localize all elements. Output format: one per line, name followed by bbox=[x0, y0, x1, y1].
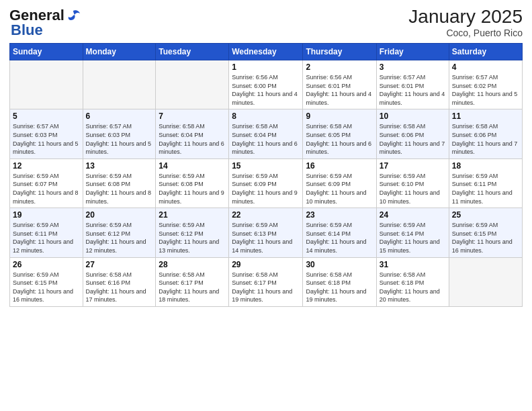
weekday-tuesday: Tuesday bbox=[156, 44, 229, 60]
day-number: 6 bbox=[86, 111, 153, 121]
logo-bird-icon bbox=[66, 9, 81, 21]
day-info: Sunrise: 6:58 AMSunset: 6:17 PMDaylight:… bbox=[159, 271, 226, 304]
title-block: January 2025 Coco, Puerto Rico bbox=[408, 7, 523, 38]
weekday-saturday: Saturday bbox=[449, 44, 522, 60]
day-number: 10 bbox=[380, 111, 446, 121]
day-info: Sunrise: 6:57 AMSunset: 6:02 PMDaylight:… bbox=[452, 73, 519, 107]
day-info: Sunrise: 6:57 AMSunset: 6:01 PMDaylight:… bbox=[380, 73, 446, 107]
calendar-cell bbox=[156, 60, 229, 109]
calendar-cell: 31Sunrise: 6:58 AMSunset: 6:18 PMDayligh… bbox=[376, 257, 449, 306]
header: General Blue January 2025 Coco, Puerto R… bbox=[9, 7, 523, 39]
day-info: Sunrise: 6:59 AMSunset: 6:12 PMDaylight:… bbox=[86, 221, 153, 255]
weekday-sunday: Sunday bbox=[10, 44, 83, 60]
calendar-cell: 6Sunrise: 6:57 AMSunset: 6:03 PMDaylight… bbox=[83, 109, 156, 158]
calendar-cell: 19Sunrise: 6:59 AMSunset: 6:11 PMDayligh… bbox=[10, 208, 83, 257]
day-number: 28 bbox=[159, 260, 226, 269]
day-info: Sunrise: 6:59 AMSunset: 6:15 PMDaylight:… bbox=[452, 221, 519, 255]
weekday-header-row: SundayMondayTuesdayWednesdayThursdayFrid… bbox=[10, 44, 523, 60]
week-row-1: 5Sunrise: 6:57 AMSunset: 6:03 PMDaylight… bbox=[10, 109, 523, 158]
calendar-cell bbox=[83, 60, 156, 109]
day-number: 27 bbox=[86, 260, 153, 269]
day-number: 15 bbox=[232, 161, 300, 171]
day-number: 1 bbox=[232, 62, 300, 72]
week-row-3: 19Sunrise: 6:59 AMSunset: 6:11 PMDayligh… bbox=[10, 208, 523, 257]
day-number: 18 bbox=[452, 161, 519, 171]
calendar-cell: 10Sunrise: 6:58 AMSunset: 6:06 PMDayligh… bbox=[376, 109, 449, 158]
location: Coco, Puerto Rico bbox=[408, 28, 523, 38]
day-number: 3 bbox=[380, 62, 446, 72]
weekday-thursday: Thursday bbox=[303, 44, 376, 60]
day-info: Sunrise: 6:59 AMSunset: 6:14 PMDaylight:… bbox=[380, 221, 446, 255]
weekday-wednesday: Wednesday bbox=[229, 44, 303, 60]
day-info: Sunrise: 6:56 AMSunset: 6:01 PMDaylight:… bbox=[306, 73, 373, 107]
calendar-cell: 24Sunrise: 6:59 AMSunset: 6:14 PMDayligh… bbox=[376, 208, 449, 257]
day-number: 17 bbox=[380, 161, 446, 171]
month-year: January 2025 bbox=[408, 7, 523, 28]
logo-blue: Blue bbox=[11, 21, 43, 39]
calendar-cell: 29Sunrise: 6:58 AMSunset: 6:17 PMDayligh… bbox=[229, 257, 303, 306]
calendar-cell: 14Sunrise: 6:59 AMSunset: 6:08 PMDayligh… bbox=[156, 158, 229, 208]
calendar: SundayMondayTuesdayWednesdayThursdayFrid… bbox=[9, 43, 523, 307]
day-info: Sunrise: 6:58 AMSunset: 6:16 PMDaylight:… bbox=[86, 271, 153, 304]
day-number: 11 bbox=[452, 111, 519, 121]
calendar-cell: 20Sunrise: 6:59 AMSunset: 6:12 PMDayligh… bbox=[83, 208, 156, 257]
week-row-2: 12Sunrise: 6:59 AMSunset: 6:07 PMDayligh… bbox=[10, 158, 523, 208]
calendar-cell: 4Sunrise: 6:57 AMSunset: 6:02 PMDaylight… bbox=[449, 60, 522, 109]
day-number: 14 bbox=[159, 161, 226, 171]
day-number: 16 bbox=[306, 161, 373, 171]
day-number: 29 bbox=[232, 260, 300, 269]
day-info: Sunrise: 6:58 AMSunset: 6:04 PMDaylight:… bbox=[232, 122, 300, 156]
calendar-cell bbox=[10, 60, 83, 109]
day-info: Sunrise: 6:59 AMSunset: 6:14 PMDaylight:… bbox=[306, 221, 373, 255]
day-info: Sunrise: 6:59 AMSunset: 6:11 PMDaylight:… bbox=[13, 221, 80, 255]
calendar-cell: 7Sunrise: 6:58 AMSunset: 6:04 PMDaylight… bbox=[156, 109, 229, 158]
calendar-cell bbox=[449, 257, 522, 306]
weekday-friday: Friday bbox=[376, 44, 449, 60]
day-number: 19 bbox=[13, 210, 80, 220]
day-number: 21 bbox=[159, 210, 226, 220]
day-info: Sunrise: 6:57 AMSunset: 6:03 PMDaylight:… bbox=[86, 122, 153, 156]
day-info: Sunrise: 6:59 AMSunset: 6:09 PMDaylight:… bbox=[306, 172, 373, 205]
day-number: 20 bbox=[86, 210, 153, 220]
calendar-cell: 21Sunrise: 6:59 AMSunset: 6:12 PMDayligh… bbox=[156, 208, 229, 257]
day-info: Sunrise: 6:58 AMSunset: 6:05 PMDaylight:… bbox=[306, 122, 373, 156]
day-number: 7 bbox=[159, 111, 226, 121]
weekday-monday: Monday bbox=[83, 44, 156, 60]
day-info: Sunrise: 6:56 AMSunset: 6:00 PMDaylight:… bbox=[232, 73, 300, 107]
calendar-cell: 27Sunrise: 6:58 AMSunset: 6:16 PMDayligh… bbox=[83, 257, 156, 306]
page: General Blue January 2025 Coco, Puerto R… bbox=[0, 0, 532, 411]
day-number: 12 bbox=[13, 161, 80, 171]
day-number: 25 bbox=[452, 210, 519, 220]
calendar-cell: 26Sunrise: 6:59 AMSunset: 6:15 PMDayligh… bbox=[10, 257, 83, 306]
day-info: Sunrise: 6:59 AMSunset: 6:12 PMDaylight:… bbox=[159, 221, 226, 255]
day-number: 8 bbox=[232, 111, 300, 121]
day-info: Sunrise: 6:58 AMSunset: 6:06 PMDaylight:… bbox=[452, 122, 519, 156]
calendar-cell: 9Sunrise: 6:58 AMSunset: 6:05 PMDaylight… bbox=[303, 109, 376, 158]
day-info: Sunrise: 6:59 AMSunset: 6:07 PMDaylight:… bbox=[13, 172, 80, 205]
calendar-cell: 28Sunrise: 6:58 AMSunset: 6:17 PMDayligh… bbox=[156, 257, 229, 306]
week-row-4: 26Sunrise: 6:59 AMSunset: 6:15 PMDayligh… bbox=[10, 257, 523, 306]
calendar-cell: 3Sunrise: 6:57 AMSunset: 6:01 PMDaylight… bbox=[376, 60, 449, 109]
calendar-cell: 16Sunrise: 6:59 AMSunset: 6:09 PMDayligh… bbox=[303, 158, 376, 208]
day-info: Sunrise: 6:59 AMSunset: 6:08 PMDaylight:… bbox=[86, 172, 153, 205]
day-info: Sunrise: 6:59 AMSunset: 6:13 PMDaylight:… bbox=[232, 221, 300, 255]
day-number: 2 bbox=[306, 62, 373, 72]
calendar-cell: 17Sunrise: 6:59 AMSunset: 6:10 PMDayligh… bbox=[376, 158, 449, 208]
day-number: 9 bbox=[306, 111, 373, 121]
day-number: 23 bbox=[306, 210, 373, 220]
day-number: 24 bbox=[380, 210, 446, 220]
week-row-0: 1Sunrise: 6:56 AMSunset: 6:00 PMDaylight… bbox=[10, 60, 523, 109]
day-info: Sunrise: 6:59 AMSunset: 6:15 PMDaylight:… bbox=[13, 271, 80, 304]
calendar-cell: 15Sunrise: 6:59 AMSunset: 6:09 PMDayligh… bbox=[229, 158, 303, 208]
calendar-cell: 22Sunrise: 6:59 AMSunset: 6:13 PMDayligh… bbox=[229, 208, 303, 257]
day-number: 13 bbox=[86, 161, 153, 171]
calendar-cell: 23Sunrise: 6:59 AMSunset: 6:14 PMDayligh… bbox=[303, 208, 376, 257]
logo: General Blue bbox=[9, 7, 81, 39]
day-number: 4 bbox=[452, 62, 519, 72]
calendar-cell: 8Sunrise: 6:58 AMSunset: 6:04 PMDaylight… bbox=[229, 109, 303, 158]
calendar-cell: 30Sunrise: 6:58 AMSunset: 6:18 PMDayligh… bbox=[303, 257, 376, 306]
day-number: 31 bbox=[380, 260, 446, 269]
day-info: Sunrise: 6:58 AMSunset: 6:04 PMDaylight:… bbox=[159, 122, 226, 156]
day-info: Sunrise: 6:57 AMSunset: 6:03 PMDaylight:… bbox=[13, 122, 80, 156]
day-info: Sunrise: 6:58 AMSunset: 6:17 PMDaylight:… bbox=[232, 271, 300, 304]
